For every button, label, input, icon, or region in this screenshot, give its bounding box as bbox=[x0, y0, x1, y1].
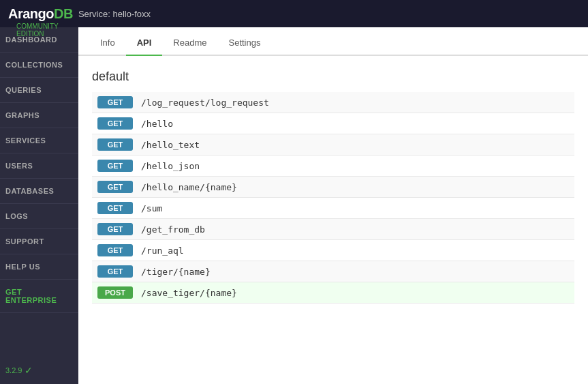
endpoints-list: GET/log_request/log_requestGET/helloGET/… bbox=[92, 92, 574, 304]
sidebar-item-databases[interactable]: DATABASES bbox=[0, 179, 78, 204]
sidebar-item-helpus[interactable]: HELP US bbox=[0, 254, 78, 280]
content-area: InfoAPIReadmeSettings default GET/log_re… bbox=[78, 27, 588, 384]
sidebar-item-enterprise[interactable]: GET ENTERPRISE bbox=[0, 280, 78, 313]
version-badge: 3.2.9 ✓ bbox=[0, 357, 78, 384]
endpoint-path: /tiger/{name} bbox=[141, 267, 211, 277]
app-header: ArangoDB COMMUNITY EDITION Service: hell… bbox=[0, 0, 588, 27]
tab-settings[interactable]: Settings bbox=[218, 31, 272, 56]
method-badge-get: GET bbox=[97, 265, 133, 278]
main-layout: DASHBOARDCOLLECTIONSQUERIESGRAPHSSERVICE… bbox=[0, 27, 588, 384]
sidebar-item-logs[interactable]: LOGS bbox=[0, 204, 78, 229]
tab-bar: InfoAPIReadmeSettings bbox=[78, 27, 588, 56]
endpoint-path: /save_tiger/{name} bbox=[141, 288, 237, 298]
endpoint-path: /hello bbox=[141, 119, 173, 129]
sidebar-item-services[interactable]: SERVICES bbox=[0, 128, 78, 153]
method-badge-post: POST bbox=[97, 286, 133, 299]
endpoint-path: /sum bbox=[141, 203, 162, 213]
sidebar-item-queries[interactable]: QUERIES bbox=[0, 78, 78, 103]
tab-readme[interactable]: Readme bbox=[162, 31, 217, 56]
api-content: default GET/log_request/log_requestGET/h… bbox=[78, 56, 588, 384]
method-badge-get: GET bbox=[97, 223, 133, 235]
endpoint-path: /log_request/log_request bbox=[141, 98, 269, 108]
sidebar: DASHBOARDCOLLECTIONSQUERIESGRAPHSSERVICE… bbox=[0, 27, 78, 384]
endpoint-row[interactable]: GET/tiger/{name} bbox=[92, 261, 574, 282]
endpoint-row[interactable]: GET/sum bbox=[92, 198, 574, 219]
endpoint-row[interactable]: GET/hello bbox=[92, 113, 574, 134]
edition-label: COMMUNITY EDITION bbox=[16, 23, 73, 38]
method-badge-get: GET bbox=[97, 181, 133, 193]
method-badge-get: GET bbox=[97, 160, 133, 172]
endpoint-path: /run_aql bbox=[141, 246, 184, 256]
sidebar-item-support[interactable]: SUPPORT bbox=[0, 229, 78, 254]
endpoint-path: /get_from_db bbox=[141, 224, 205, 235]
endpoint-path: /hello_name/{name} bbox=[141, 182, 237, 192]
endpoint-row[interactable]: GET/hello_text bbox=[92, 134, 574, 156]
service-name: Service: hello-foxx bbox=[78, 9, 151, 19]
sidebar-item-graphs[interactable]: GRAPHS bbox=[0, 103, 78, 128]
endpoint-row[interactable]: GET/run_aql bbox=[92, 240, 574, 261]
method-badge-get: GET bbox=[97, 117, 133, 130]
tab-info[interactable]: Info bbox=[89, 31, 126, 56]
section-title: default bbox=[92, 70, 574, 84]
endpoint-row[interactable]: GET/hello_name/{name} bbox=[92, 177, 574, 198]
method-badge-get: GET bbox=[97, 138, 133, 151]
endpoint-row[interactable]: GET/log_request/log_request bbox=[92, 92, 574, 113]
method-badge-get: GET bbox=[97, 202, 133, 214]
method-badge-get: GET bbox=[97, 244, 133, 256]
endpoint-path: /hello_json bbox=[141, 161, 200, 171]
sidebar-item-users[interactable]: USERS bbox=[0, 153, 78, 179]
sidebar-item-collections[interactable]: COLLECTIONS bbox=[0, 53, 78, 78]
tab-api[interactable]: API bbox=[126, 31, 163, 56]
method-badge-get: GET bbox=[97, 96, 133, 108]
endpoint-row[interactable]: GET/hello_json bbox=[92, 156, 574, 177]
endpoint-row[interactable]: GET/get_from_db bbox=[92, 219, 574, 240]
endpoint-row[interactable]: POST/save_tiger/{name} bbox=[92, 282, 574, 304]
app-logo: ArangoDB bbox=[8, 6, 73, 22]
endpoint-path: /hello_text bbox=[141, 140, 200, 150]
